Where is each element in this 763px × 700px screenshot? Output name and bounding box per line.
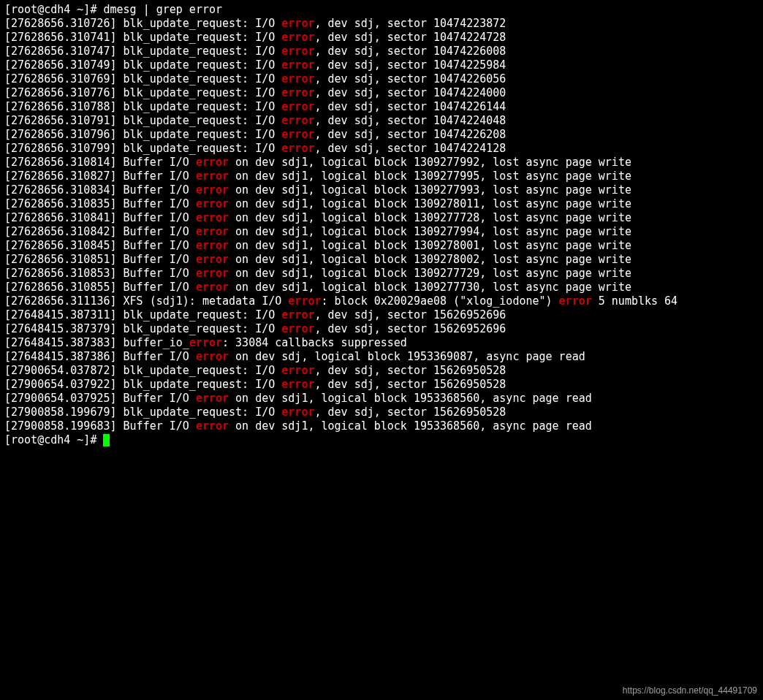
cursor[interactable] [103,434,110,446]
prompt: [root@cdh4 ~]# [4,3,103,16]
source-watermark: https://blog.csdn.net/qq_44491709 [623,685,757,696]
prompt: [root@cdh4 ~]# [4,433,103,446]
command: dmesg | grep error [103,3,222,16]
terminal-output[interactable]: [root@cdh4 ~]# dmesg | grep error [27628… [4,3,759,447]
